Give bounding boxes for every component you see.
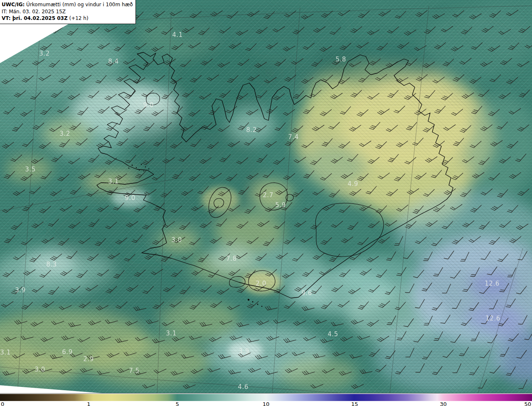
valid-time-line: VT: þri. 04.02.2025 03Z (+12 h) bbox=[2, 15, 133, 22]
colorbar-tick-label: 15 bbox=[351, 401, 358, 406]
graticule-line bbox=[157, 12, 171, 393]
colorbar-tick-label: 1 bbox=[87, 401, 90, 406]
glacier-contours bbox=[146, 93, 384, 291]
island-dot bbox=[248, 299, 249, 301]
graticule-line bbox=[478, 248, 523, 393]
colorbar-tick-label: 50 bbox=[524, 401, 531, 406]
graticule-line bbox=[0, 367, 341, 393]
island-dot bbox=[145, 166, 146, 167]
colorbar-tick-label: 10 bbox=[263, 401, 270, 406]
title-box: UWC/IG: Úrkomumætti (mm) og vindur i 100… bbox=[0, 0, 136, 24]
island-dot bbox=[143, 171, 144, 171]
wind-barbs-layer bbox=[1, 10, 532, 389]
island-dot bbox=[136, 167, 137, 168]
glacier-outline bbox=[260, 183, 288, 210]
colorbar-gradient bbox=[0, 394, 532, 401]
product-code: UWC/IG: bbox=[2, 2, 25, 7]
colorbar-tick-label: 30 bbox=[440, 401, 447, 406]
colorbar: 01510153050 bbox=[0, 393, 532, 406]
product-title: Úrkomumætti (mm) og vindur i 100m hæð bbox=[25, 2, 133, 7]
init-time-line: IT: Mán. 03. 02. 2025 15Z bbox=[2, 8, 133, 15]
island-dot bbox=[148, 169, 149, 169]
island-dot bbox=[132, 165, 133, 166]
island-dot bbox=[252, 301, 253, 302]
island-dot bbox=[141, 164, 142, 165]
weather-map-page: 4.18.45.83.29.03.28.27.43.53.19.04.92.75… bbox=[0, 0, 532, 406]
colorbar-tick-labels: 01510153050 bbox=[0, 401, 532, 406]
map-lines bbox=[0, 0, 532, 393]
island-dot bbox=[261, 306, 263, 307]
colorbar-tick-label: 0 bbox=[1, 401, 4, 406]
glacier-outline bbox=[146, 93, 160, 105]
glacier-outline bbox=[286, 194, 293, 201]
graticule-line bbox=[0, 178, 182, 211]
island-dot bbox=[139, 170, 140, 171]
valid-offset: (+12 h) bbox=[68, 15, 89, 21]
product-title-line: UWC/IG: Úrkomumætti (mm) og vindur i 100… bbox=[2, 1, 133, 8]
wind-barb-glyphs bbox=[1, 10, 532, 389]
graticule-lines bbox=[0, 6, 532, 393]
island-dot bbox=[257, 304, 259, 305]
glacier-outline bbox=[214, 198, 224, 208]
islands bbox=[128, 164, 263, 307]
valid-time: VT: þri. 04.02.2025 03Z bbox=[2, 15, 68, 21]
island-dot bbox=[128, 168, 129, 169]
map-canvas: 4.18.45.83.29.03.28.27.43.53.19.04.92.75… bbox=[0, 0, 532, 393]
colorbar-tick-label: 5 bbox=[175, 401, 179, 406]
coastline-path bbox=[97, 52, 453, 298]
glacier-outline bbox=[209, 187, 231, 218]
glacier-outline bbox=[315, 203, 384, 257]
coastline bbox=[97, 52, 453, 298]
